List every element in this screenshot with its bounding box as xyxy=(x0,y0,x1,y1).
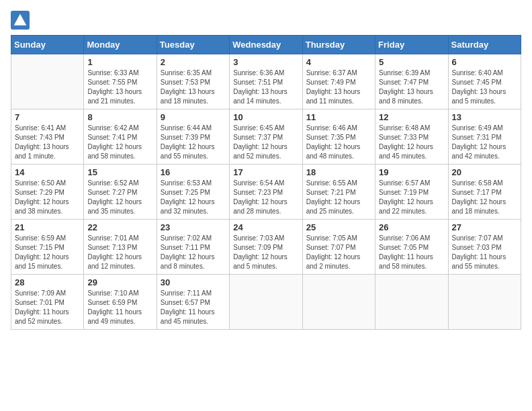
day-cell: 8Sunrise: 6:42 AMSunset: 7:41 PMDaylight… xyxy=(84,109,157,165)
day-number: 5 xyxy=(379,57,444,67)
day-cell: 5Sunrise: 6:39 AMSunset: 7:47 PMDaylight… xyxy=(375,54,448,109)
day-number: 3 xyxy=(233,57,298,67)
day-info: Sunrise: 6:54 AMSunset: 7:23 PMDaylight:… xyxy=(233,179,298,216)
day-info: Sunrise: 6:35 AMSunset: 7:53 PMDaylight:… xyxy=(161,68,226,106)
day-info: Sunrise: 6:44 AMSunset: 7:39 PMDaylight:… xyxy=(161,124,226,161)
day-cell: 4Sunrise: 6:37 AMSunset: 7:49 PMDaylight… xyxy=(302,54,375,109)
day-number: 19 xyxy=(379,167,444,177)
day-cell: 1Sunrise: 6:33 AMSunset: 7:55 PMDaylight… xyxy=(84,54,157,109)
day-cell: 14Sunrise: 6:50 AMSunset: 7:29 PMDayligh… xyxy=(11,165,84,220)
day-cell xyxy=(375,275,448,330)
day-cell xyxy=(11,54,84,109)
day-info: Sunrise: 6:42 AMSunset: 7:41 PMDaylight:… xyxy=(87,124,152,161)
day-info: Sunrise: 6:46 AMSunset: 7:35 PMDaylight:… xyxy=(306,124,371,161)
week-row-3: 21Sunrise: 6:59 AMSunset: 7:15 PMDayligh… xyxy=(11,220,521,275)
day-number: 8 xyxy=(87,112,152,122)
day-number: 22 xyxy=(87,222,152,232)
day-info: Sunrise: 6:37 AMSunset: 7:49 PMDaylight:… xyxy=(306,68,371,106)
header-cell-monday: Monday xyxy=(84,36,157,54)
header-cell-friday: Friday xyxy=(375,36,448,54)
day-info: Sunrise: 7:05 AMSunset: 7:07 PMDaylight:… xyxy=(306,234,371,271)
day-cell xyxy=(448,275,521,330)
day-cell: 15Sunrise: 6:52 AMSunset: 7:27 PMDayligh… xyxy=(84,165,157,220)
day-info: Sunrise: 6:57 AMSunset: 7:19 PMDaylight:… xyxy=(379,179,444,216)
week-row-4: 28Sunrise: 7:09 AMSunset: 7:01 PMDayligh… xyxy=(11,275,521,330)
header-cell-wednesday: Wednesday xyxy=(230,36,302,54)
day-cell xyxy=(302,275,375,330)
day-cell: 21Sunrise: 6:59 AMSunset: 7:15 PMDayligh… xyxy=(11,220,84,275)
day-number: 14 xyxy=(15,167,80,177)
day-info: Sunrise: 7:06 AMSunset: 7:05 PMDaylight:… xyxy=(379,234,444,271)
day-cell: 16Sunrise: 6:53 AMSunset: 7:25 PMDayligh… xyxy=(157,165,229,220)
day-info: Sunrise: 6:53 AMSunset: 7:25 PMDaylight:… xyxy=(161,179,226,216)
day-info: Sunrise: 6:48 AMSunset: 7:33 PMDaylight:… xyxy=(379,124,444,161)
day-number: 18 xyxy=(306,167,371,177)
day-number: 15 xyxy=(87,167,152,177)
day-number: 9 xyxy=(161,112,226,122)
header-cell-tuesday: Tuesday xyxy=(157,36,229,54)
day-info: Sunrise: 7:07 AMSunset: 7:03 PMDaylight:… xyxy=(452,234,517,271)
day-cell: 22Sunrise: 7:01 AMSunset: 7:13 PMDayligh… xyxy=(84,220,157,275)
day-cell: 3Sunrise: 6:36 AMSunset: 7:51 PMDaylight… xyxy=(230,54,302,109)
day-info: Sunrise: 7:01 AMSunset: 7:13 PMDaylight:… xyxy=(87,234,152,271)
day-info: Sunrise: 7:10 AMSunset: 6:59 PMDaylight:… xyxy=(87,289,152,326)
day-number: 6 xyxy=(452,57,517,67)
page-header xyxy=(11,11,521,30)
day-number: 23 xyxy=(161,222,226,232)
day-number: 17 xyxy=(233,167,298,177)
day-cell: 19Sunrise: 6:57 AMSunset: 7:19 PMDayligh… xyxy=(375,165,448,220)
day-cell: 29Sunrise: 7:10 AMSunset: 6:59 PMDayligh… xyxy=(84,275,157,330)
calendar-header-row: SundayMondayTuesdayWednesdayThursdayFrid… xyxy=(11,36,521,54)
day-number: 7 xyxy=(15,112,80,122)
day-cell: 10Sunrise: 6:45 AMSunset: 7:37 PMDayligh… xyxy=(230,109,302,165)
day-cell: 20Sunrise: 6:58 AMSunset: 7:17 PMDayligh… xyxy=(448,165,521,220)
day-cell: 6Sunrise: 6:40 AMSunset: 7:45 PMDaylight… xyxy=(448,54,521,109)
header-cell-sunday: Sunday xyxy=(11,36,84,54)
day-number: 21 xyxy=(15,222,80,232)
day-cell: 7Sunrise: 6:41 AMSunset: 7:43 PMDaylight… xyxy=(11,109,84,165)
day-info: Sunrise: 6:58 AMSunset: 7:17 PMDaylight:… xyxy=(452,179,517,216)
day-number: 28 xyxy=(15,277,80,287)
day-info: Sunrise: 6:59 AMSunset: 7:15 PMDaylight:… xyxy=(15,234,80,271)
day-cell: 27Sunrise: 7:07 AMSunset: 7:03 PMDayligh… xyxy=(448,220,521,275)
day-cell: 25Sunrise: 7:05 AMSunset: 7:07 PMDayligh… xyxy=(302,220,375,275)
day-cell: 30Sunrise: 7:11 AMSunset: 6:57 PMDayligh… xyxy=(157,275,229,330)
week-row-0: 1Sunrise: 6:33 AMSunset: 7:55 PMDaylight… xyxy=(11,54,521,109)
day-info: Sunrise: 6:41 AMSunset: 7:43 PMDaylight:… xyxy=(15,124,80,161)
day-cell: 18Sunrise: 6:55 AMSunset: 7:21 PMDayligh… xyxy=(302,165,375,220)
day-number: 11 xyxy=(306,112,371,122)
day-info: Sunrise: 6:49 AMSunset: 7:31 PMDaylight:… xyxy=(452,124,517,161)
day-cell: 11Sunrise: 6:46 AMSunset: 7:35 PMDayligh… xyxy=(302,109,375,165)
day-number: 25 xyxy=(306,222,371,232)
day-cell: 13Sunrise: 6:49 AMSunset: 7:31 PMDayligh… xyxy=(448,109,521,165)
day-cell: 9Sunrise: 6:44 AMSunset: 7:39 PMDaylight… xyxy=(157,109,229,165)
day-number: 24 xyxy=(233,222,298,232)
week-row-1: 7Sunrise: 6:41 AMSunset: 7:43 PMDaylight… xyxy=(11,109,521,165)
day-cell xyxy=(230,275,302,330)
day-number: 20 xyxy=(452,167,517,177)
day-info: Sunrise: 7:03 AMSunset: 7:09 PMDaylight:… xyxy=(233,234,298,271)
day-cell: 28Sunrise: 7:09 AMSunset: 7:01 PMDayligh… xyxy=(11,275,84,330)
day-number: 16 xyxy=(161,167,226,177)
day-info: Sunrise: 6:45 AMSunset: 7:37 PMDaylight:… xyxy=(233,124,298,161)
header-cell-saturday: Saturday xyxy=(448,36,521,54)
day-info: Sunrise: 7:11 AMSunset: 6:57 PMDaylight:… xyxy=(161,289,226,326)
day-info: Sunrise: 6:52 AMSunset: 7:27 PMDaylight:… xyxy=(87,179,152,216)
day-cell: 24Sunrise: 7:03 AMSunset: 7:09 PMDayligh… xyxy=(230,220,302,275)
day-info: Sunrise: 6:40 AMSunset: 7:45 PMDaylight:… xyxy=(452,68,517,106)
day-info: Sunrise: 6:50 AMSunset: 7:29 PMDaylight:… xyxy=(15,179,80,216)
day-cell: 23Sunrise: 7:02 AMSunset: 7:11 PMDayligh… xyxy=(157,220,229,275)
day-number: 30 xyxy=(161,277,226,287)
week-row-2: 14Sunrise: 6:50 AMSunset: 7:29 PMDayligh… xyxy=(11,165,521,220)
logo xyxy=(11,11,32,30)
day-info: Sunrise: 7:02 AMSunset: 7:11 PMDaylight:… xyxy=(161,234,226,271)
day-info: Sunrise: 6:39 AMSunset: 7:47 PMDaylight:… xyxy=(379,68,444,106)
day-info: Sunrise: 6:55 AMSunset: 7:21 PMDaylight:… xyxy=(306,179,371,216)
day-number: 29 xyxy=(87,277,152,287)
day-cell: 17Sunrise: 6:54 AMSunset: 7:23 PMDayligh… xyxy=(230,165,302,220)
day-cell: 12Sunrise: 6:48 AMSunset: 7:33 PMDayligh… xyxy=(375,109,448,165)
day-number: 26 xyxy=(379,222,444,232)
day-number: 13 xyxy=(452,112,517,122)
day-number: 10 xyxy=(233,112,298,122)
day-info: Sunrise: 6:36 AMSunset: 7:51 PMDaylight:… xyxy=(233,68,298,106)
